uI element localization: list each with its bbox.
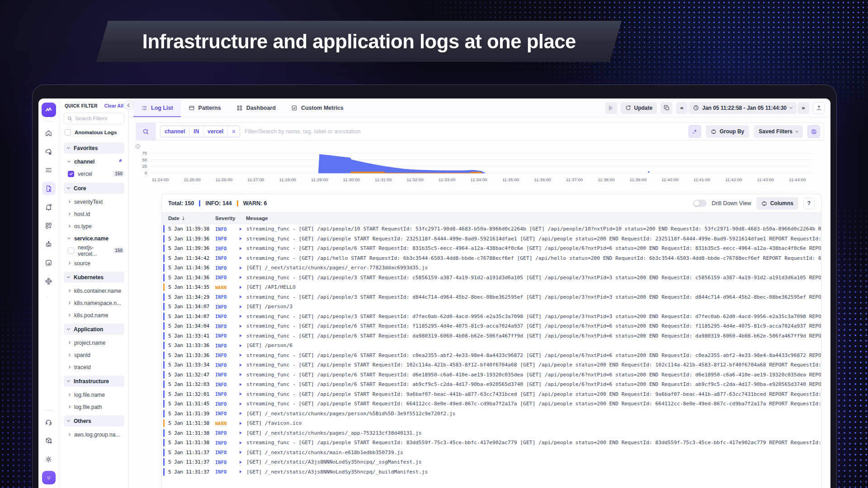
filter-checkbox[interactable] xyxy=(68,248,74,254)
support-headset-icon[interactable] xyxy=(42,415,56,429)
log-row[interactable]: 5 Jan 11:34:36 INFO streaming_func - [GE… xyxy=(162,273,821,283)
clear-all-link[interactable]: Clear All xyxy=(104,103,123,108)
filter-attribute-expanded[interactable]: channel xyxy=(64,155,124,168)
expand-caret-icon[interactable] xyxy=(240,393,242,395)
log-row[interactable]: 5 Jan 11:34:35 WARN [GET] /API/HELLO xyxy=(162,282,821,292)
expand-caret-icon[interactable] xyxy=(240,373,242,376)
log-row[interactable]: 5 Jan 11:34:07 INFO [GET] /person/3 xyxy=(162,302,821,312)
log-rows[interactable]: 5 Jan 11:39:38 INFO streaming_func - [GE… xyxy=(162,224,821,488)
log-row[interactable]: 5 Jan 11:33:41 INFO streaming_func - [GE… xyxy=(162,331,821,341)
log-row[interactable]: 5 Jan 11:31:39 INFO [GET] /_next/static/… xyxy=(162,409,821,419)
services-icon[interactable] xyxy=(42,145,56,158)
expand-caret-icon[interactable] xyxy=(240,286,242,289)
expand-caret-icon[interactable] xyxy=(240,257,242,259)
signoz-logo[interactable] xyxy=(42,103,56,117)
ai-assist-button[interactable] xyxy=(689,125,701,138)
package-plus-icon[interactable] xyxy=(42,434,56,447)
live-play-button[interactable] xyxy=(605,102,617,114)
chip-remove-icon[interactable]: × xyxy=(227,126,240,137)
expand-caret-icon[interactable] xyxy=(240,334,242,337)
filter-value-row[interactable]: nextjs-vercel... 150 xyxy=(64,245,124,256)
expand-caret-icon[interactable] xyxy=(240,364,242,366)
filter-category-header[interactable]: Others xyxy=(64,415,124,427)
filter-attribute[interactable]: source xyxy=(64,257,124,269)
filter-category-header[interactable]: Infrastructure xyxy=(64,375,124,387)
expand-caret-icon[interactable] xyxy=(240,247,242,250)
tab-log-list[interactable]: Log List xyxy=(133,99,181,117)
expand-caret-icon[interactable] xyxy=(240,354,242,357)
log-row[interactable]: 5 Jan 11:31:37 INFO [GET] /_next/static/… xyxy=(162,448,821,458)
log-row[interactable]: 5 Jan 11:34:36 INFO [GET] /_next/static/… xyxy=(162,263,821,273)
anomalous-logs-checkbox[interactable] xyxy=(65,129,71,136)
filter-attribute[interactable]: traceId xyxy=(64,361,124,373)
log-row[interactable]: 5 Jan 11:39:38 INFO streaming_func - [GE… xyxy=(162,224,821,234)
filter-attribute[interactable]: k8s.namespace.n... xyxy=(64,297,124,309)
tab-patterns[interactable]: Patterns xyxy=(181,99,229,117)
log-row[interactable]: 5 Jan 11:33:36 INFO [GET] /person/6 xyxy=(162,341,821,351)
filter-attribute[interactable]: log.file.name xyxy=(64,389,124,401)
log-row[interactable]: 5 Jan 11:34:29 INFO streaming_func - [GE… xyxy=(162,292,821,302)
log-row[interactable]: 5 Jan 11:31:37 INFO [GET] /_next/static/… xyxy=(162,467,821,477)
home-icon[interactable] xyxy=(42,126,56,140)
help-button[interactable]: ? xyxy=(803,198,815,209)
filter-search-input[interactable] xyxy=(245,128,684,135)
expand-caret-icon[interactable] xyxy=(240,461,242,464)
filter-category-header[interactable]: Kubernetes xyxy=(64,272,124,283)
expand-caret-icon[interactable] xyxy=(240,422,242,425)
expand-caret-icon[interactable] xyxy=(240,470,242,473)
log-row[interactable]: 5 Jan 11:31:37 INFO [GET] /_next/static/… xyxy=(162,457,821,467)
collapse-panel-button[interactable] xyxy=(123,100,134,110)
header-severity[interactable]: Severity xyxy=(215,216,246,221)
expand-caret-icon[interactable] xyxy=(240,276,242,279)
log-row[interactable]: 5 Jan 11:34:04 INFO streaming_func - [GE… xyxy=(162,321,821,331)
log-row[interactable]: 5 Jan 11:32:03 INFO streaming_func - [GE… xyxy=(162,380,821,389)
expand-caret-icon[interactable] xyxy=(240,296,242,298)
logs-frequency-chart[interactable]: 025507511:24:0011:25:0011:26:0011:27:001… xyxy=(136,144,824,191)
share-export-button[interactable] xyxy=(813,102,825,114)
log-row[interactable]: 5 Jan 11:31:45 INFO streaming_func - [GE… xyxy=(162,399,821,409)
header-date[interactable]: Date ↓ xyxy=(162,216,215,221)
settings-gear-icon[interactable] xyxy=(42,452,56,466)
expand-caret-icon[interactable] xyxy=(240,237,242,240)
tab-custom-metrics[interactable]: Custom Metrics xyxy=(283,99,351,117)
filter-attribute[interactable]: aws.log.group.na... xyxy=(64,428,124,441)
messaging-queues-icon[interactable] xyxy=(42,256,56,269)
filter-attribute[interactable]: spanId xyxy=(64,349,124,361)
expand-caret-icon[interactable] xyxy=(240,383,242,386)
filter-category-header[interactable]: Core xyxy=(64,183,124,194)
filter-checkbox[interactable] xyxy=(68,171,74,177)
copy-button[interactable] xyxy=(660,102,672,114)
time-forward-button[interactable]: » xyxy=(797,102,809,114)
expand-caret-icon[interactable] xyxy=(240,267,242,269)
filter-search-box[interactable] xyxy=(64,113,124,124)
log-row[interactable]: 5 Jan 11:34:07 INFO streaming_func - [GE… xyxy=(162,312,821,322)
filter-attribute[interactable]: project.name xyxy=(64,337,124,349)
log-row[interactable]: 5 Jan 11:31:38 WARN [GET] /favicon.ico xyxy=(162,418,821,428)
log-row[interactable]: 5 Jan 11:33:36 INFO streaming_func - [GE… xyxy=(162,351,821,361)
filter-attribute[interactable]: log.file.path xyxy=(64,401,124,413)
filter-attribute[interactable]: k8s.pod.name xyxy=(64,309,124,321)
alerts-icon[interactable] xyxy=(42,200,56,214)
filter-attribute[interactable]: k8s.container.name xyxy=(64,285,124,297)
expand-caret-icon[interactable] xyxy=(240,325,242,328)
log-row[interactable]: 5 Jan 11:32:01 INFO streaming_func - [GE… xyxy=(162,389,821,399)
tab-dashboard[interactable]: Dashboard xyxy=(229,99,283,117)
save-filter-button[interactable] xyxy=(807,125,820,138)
bot-icon[interactable] xyxy=(42,237,56,251)
filter-category-header[interactable]: Application xyxy=(64,324,124,335)
expand-caret-icon[interactable] xyxy=(240,228,242,230)
filter-attribute[interactable]: severityText xyxy=(64,196,124,208)
filter-chip-channel[interactable]: channel IN vercel × xyxy=(160,126,240,137)
expand-caret-icon[interactable] xyxy=(240,305,242,308)
ai-sparkle-icon[interactable] xyxy=(47,293,48,300)
log-row[interactable]: 5 Jan 11:39:36 INFO streaming_func - [GE… xyxy=(162,234,821,244)
columns-button[interactable]: Columns xyxy=(756,197,798,210)
filter-attribute-expanded[interactable]: service.name xyxy=(64,232,124,244)
log-row[interactable]: 5 Jan 11:39:36 INFO streaming_func - [GE… xyxy=(162,244,821,253)
header-message[interactable]: Message xyxy=(246,216,821,221)
integrations-chip-icon[interactable] xyxy=(42,274,56,288)
logs-icon[interactable] xyxy=(42,182,56,195)
filter-value-row[interactable]: vercel 150 xyxy=(64,168,124,179)
filter-attribute[interactable]: os.type xyxy=(64,220,124,232)
expand-caret-icon[interactable] xyxy=(240,403,242,405)
